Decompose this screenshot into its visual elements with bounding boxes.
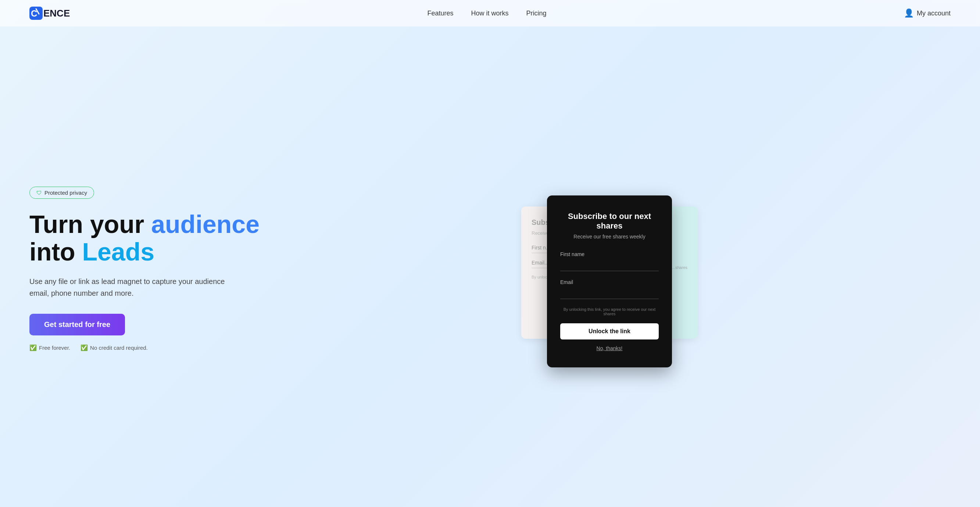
trust-item-free: ✅ Free forever. (29, 344, 70, 351)
nav-pricing[interactable]: Pricing (527, 10, 547, 17)
check-icon-1: ✅ (29, 344, 37, 351)
trust-label-free: Free forever. (39, 345, 70, 351)
nav-features[interactable]: Features (428, 10, 453, 17)
my-account-label: My account (917, 10, 951, 17)
heading-highlight2: Leads (82, 238, 155, 265)
email-label: Email (560, 279, 659, 285)
logo-text: ENCE (43, 8, 70, 19)
account-icon: 👤 (904, 8, 914, 18)
cta-button[interactable]: Get started for free (29, 314, 125, 335)
heading-highlight1: audience (151, 210, 259, 238)
shield-icon: 🛡 (37, 189, 42, 196)
heading-part2: into (29, 238, 82, 265)
trust-item-no-cc: ✅ No credit card required. (81, 344, 148, 351)
unlock-button[interactable]: Unlock the link (560, 323, 659, 340)
hero-heading: Turn your audience into Leads (29, 210, 268, 265)
hero-visual: Subscri... Receive our free... First n..… (268, 192, 951, 346)
first-name-input[interactable] (560, 259, 659, 271)
hero-description: Use any file or link as lead magnet to c… (29, 275, 235, 299)
heading-part1: Turn your (29, 210, 151, 238)
privacy-badge: 🛡 Protected privacy (29, 187, 94, 199)
check-icon-2: ✅ (81, 344, 88, 351)
card-terms: By unlocking this link, you agree to rec… (560, 307, 659, 316)
hero-section: 🛡 Protected privacy Turn your audience i… (0, 27, 980, 504)
card-title: Subscribe to our next shares (560, 211, 659, 231)
no-thanks-link[interactable]: No, thanks! (560, 345, 659, 351)
main-nav: Features How it works Pricing (428, 10, 547, 17)
trust-label-no-cc: No credit card required. (90, 345, 148, 351)
email-input[interactable] (560, 287, 659, 299)
card-stack: Subscri... Receive our free... First n..… (543, 195, 676, 342)
first-name-label: First name (560, 251, 659, 257)
privacy-badge-text: Protected privacy (45, 189, 87, 196)
hero-content: 🛡 Protected privacy Turn your audience i… (29, 187, 268, 351)
logo[interactable]: C ENCE (29, 6, 70, 20)
nav-how-it-works[interactable]: How it works (471, 10, 509, 17)
my-account-button[interactable]: 👤 My account (904, 8, 951, 18)
card-main: Subscribe to our next shares Receive our… (547, 195, 672, 367)
header: C ENCE Features How it works Pricing 👤 M… (0, 0, 980, 27)
trust-badges: ✅ Free forever. ✅ No credit card require… (29, 344, 268, 351)
card-subtitle: Receive our free shares weekly (560, 234, 659, 240)
